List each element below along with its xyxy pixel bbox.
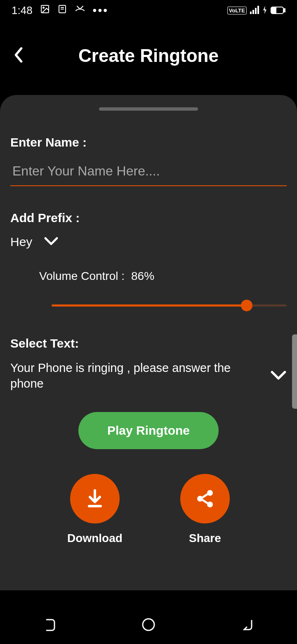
play-ringtone-button[interactable]: Play Ringtone xyxy=(78,412,219,449)
header: Create Ringtone xyxy=(0,21,297,83)
select-text-value: Your Phone is ringing , please answer th… xyxy=(10,360,262,391)
share-icon xyxy=(180,474,230,523)
volume-label: Volume Control : xyxy=(39,270,125,283)
svg-rect-10 xyxy=(284,9,285,12)
drag-handle[interactable] xyxy=(99,107,198,111)
volume-value: 86% xyxy=(131,270,154,283)
action-row: Download Share xyxy=(10,474,287,545)
status-bar: 1:48 ••• VoLTE xyxy=(0,0,297,21)
select-text-dropdown[interactable]: Your Phone is ringing , please answer th… xyxy=(10,360,287,391)
more-icon: ••• xyxy=(93,4,108,17)
name-label: Enter Name : xyxy=(10,135,287,149)
nav-back-icon[interactable] xyxy=(240,617,255,634)
status-left: 1:48 ••• xyxy=(12,4,108,17)
share-label: Share xyxy=(189,532,221,545)
svg-rect-6 xyxy=(252,10,254,14)
download-icon xyxy=(70,474,120,523)
svg-rect-7 xyxy=(255,8,257,14)
scroll-indicator[interactable] xyxy=(292,334,297,409)
download-label: Download xyxy=(67,532,123,545)
nav-recent-icon[interactable] xyxy=(42,617,57,634)
nav-home-icon[interactable] xyxy=(141,617,156,634)
prefix-label: Add Prefix : xyxy=(10,211,287,225)
svg-rect-8 xyxy=(257,6,259,14)
back-button[interactable] xyxy=(12,47,25,65)
svg-line-16 xyxy=(203,500,207,503)
card: Enter Name : Add Prefix : Hey Volume Con… xyxy=(0,95,297,590)
battery-icon xyxy=(271,4,285,17)
document-icon xyxy=(57,4,67,17)
page-title: Create Ringtone xyxy=(12,45,285,66)
chevron-down-icon xyxy=(44,237,59,247)
status-time: 1:48 xyxy=(12,4,33,17)
share-action[interactable]: Share xyxy=(180,474,230,545)
charging-icon xyxy=(262,4,267,17)
status-right: VoLTE xyxy=(227,4,285,17)
signal-icon xyxy=(250,4,259,17)
slider-fill xyxy=(52,305,247,307)
prefix-value: Hey xyxy=(10,235,32,249)
download-action[interactable]: Download xyxy=(67,474,123,545)
volume-slider[interactable] xyxy=(52,299,287,312)
volte-badge: VoLTE xyxy=(227,7,247,14)
missed-call-icon xyxy=(75,4,85,17)
prefix-dropdown[interactable]: Hey xyxy=(10,235,287,249)
svg-point-17 xyxy=(143,619,154,630)
svg-rect-11 xyxy=(272,8,276,13)
select-text-label: Select Text: xyxy=(10,336,287,350)
svg-point-1 xyxy=(43,7,44,8)
volume-label-row: Volume Control : 86% xyxy=(39,270,287,283)
nav-bar xyxy=(0,607,297,644)
chevron-down-icon xyxy=(270,370,287,382)
svg-rect-5 xyxy=(250,12,252,14)
image-icon xyxy=(40,4,50,17)
slider-thumb[interactable] xyxy=(241,300,252,311)
svg-line-15 xyxy=(203,494,207,497)
name-input[interactable] xyxy=(10,159,287,186)
